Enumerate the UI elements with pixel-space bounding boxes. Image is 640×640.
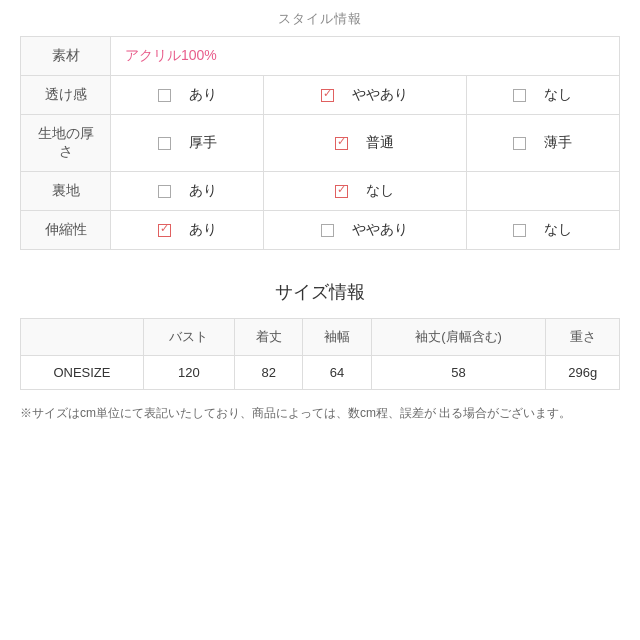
material-row: 透け感ありややありなし (21, 76, 620, 115)
empty-cell (466, 172, 619, 211)
size-column-header: 着丈 (235, 319, 303, 356)
material-option-cell: ややあり (264, 76, 466, 115)
option-label: あり (189, 86, 217, 104)
checkbox-checked-icon (321, 89, 334, 102)
subtitle: スタイル情報 (20, 10, 620, 28)
option-label: ややあり (352, 86, 408, 104)
material-option-cell: あり (111, 172, 264, 211)
size-column-header (21, 319, 144, 356)
material-row: 素材アクリル100% (21, 37, 620, 76)
material-option-cell: なし (466, 76, 619, 115)
material-option-cell: なし (466, 211, 619, 250)
option-label: あり (189, 182, 217, 200)
material-row: 生地の厚さ厚手普通薄手 (21, 115, 620, 172)
material-option-cell: ややあり (264, 211, 466, 250)
material-table: 素材アクリル100%透け感ありややありなし生地の厚さ厚手普通薄手裏地ありなし伸縮… (20, 36, 620, 250)
checkbox-empty-icon (513, 137, 526, 150)
checkbox-checked-icon (158, 224, 171, 237)
checkbox-empty-icon (158, 185, 171, 198)
material-row: 伸縮性ありややありなし (21, 211, 620, 250)
option-label: 厚手 (189, 134, 217, 152)
checkbox-empty-icon (513, 89, 526, 102)
option-label: ややあり (352, 221, 408, 239)
material-option-cell: 普通 (264, 115, 466, 172)
material-row: 裏地ありなし (21, 172, 620, 211)
checkbox-checked-icon (335, 185, 348, 198)
material-label: 生地の厚さ (21, 115, 111, 172)
size-row: ONESIZE120826458296g (21, 356, 620, 390)
material-label: 素材 (21, 37, 111, 76)
checkbox-empty-icon (513, 224, 526, 237)
size-column-header: 袖幅 (303, 319, 371, 356)
size-cell: 120 (143, 356, 234, 390)
size-header-row: バスト着丈袖幅袖丈(肩幅含む)重さ (21, 319, 620, 356)
size-cell: 58 (371, 356, 546, 390)
option-label: なし (544, 221, 572, 239)
option-label: 薄手 (544, 134, 572, 152)
size-column-header: 重さ (546, 319, 620, 356)
material-option-cell: なし (264, 172, 466, 211)
size-column-header: バスト (143, 319, 234, 356)
size-cell: 296g (546, 356, 620, 390)
size-cell: ONESIZE (21, 356, 144, 390)
size-section-title: サイズ情報 (20, 280, 620, 304)
checkbox-empty-icon (158, 137, 171, 150)
checkbox-empty-icon (321, 224, 334, 237)
size-cell: 64 (303, 356, 371, 390)
main-container: スタイル情報 素材アクリル100%透け感ありややありなし生地の厚さ厚手普通薄手裏… (0, 0, 640, 443)
material-label: 透け感 (21, 76, 111, 115)
checkbox-checked-icon (335, 137, 348, 150)
option-label: なし (366, 182, 394, 200)
size-column-header: 袖丈(肩幅含む) (371, 319, 546, 356)
option-label: あり (189, 221, 217, 239)
material-value: アクリル100% (111, 37, 620, 76)
material-label: 裏地 (21, 172, 111, 211)
material-option-cell: あり (111, 76, 264, 115)
option-label: なし (544, 86, 572, 104)
option-label: 普通 (366, 134, 394, 152)
material-option-cell: 薄手 (466, 115, 619, 172)
size-note: ※サイズはcm単位にて表記いたしており、商品によっては、数cm程、誤差が 出る場… (20, 404, 620, 423)
checkbox-empty-icon (158, 89, 171, 102)
size-table: バスト着丈袖幅袖丈(肩幅含む)重さ ONESIZE120826458296g (20, 318, 620, 390)
material-option-cell: 厚手 (111, 115, 264, 172)
size-cell: 82 (235, 356, 303, 390)
material-label: 伸縮性 (21, 211, 111, 250)
material-option-cell: あり (111, 211, 264, 250)
